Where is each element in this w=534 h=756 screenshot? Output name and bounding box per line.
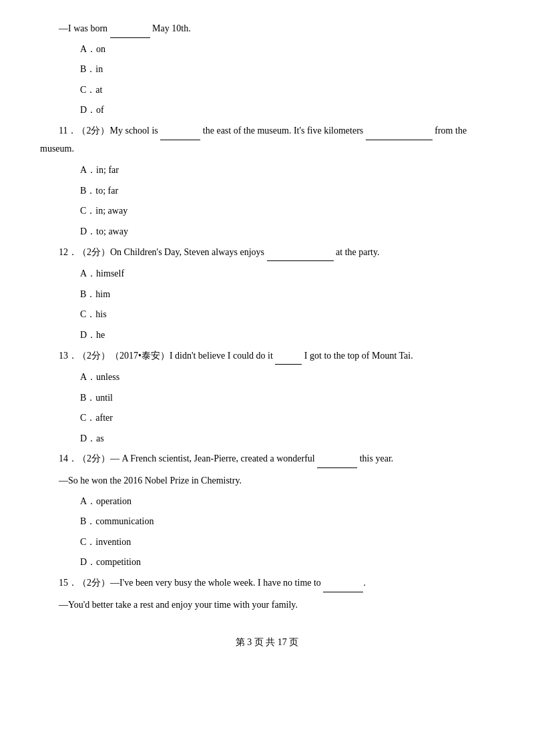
- page-number: 第 3 页 共 17 页: [236, 637, 299, 647]
- q13-option-a: A．unless: [80, 369, 494, 387]
- q12-option-b: B．him: [80, 286, 494, 304]
- page-footer: 第 3 页 共 17 页: [40, 634, 494, 650]
- q13-option-c: C．after: [80, 409, 494, 427]
- q13-option-d: D．as: [80, 430, 494, 448]
- q11-stem: 11．（2分）My school is the east of the muse…: [40, 122, 494, 158]
- q12-stem: 12．（2分）On Children's Day, Steven always …: [40, 244, 494, 262]
- q10-option-c: C．at: [80, 81, 494, 100]
- q11-blank2: [366, 130, 433, 140]
- q11-option-b: B．to; far: [80, 182, 494, 200]
- q14-option-a: A．operation: [80, 493, 494, 511]
- q12-blank: [267, 250, 334, 261]
- q15-stem1: 15．（2分）—I've been very busy the whole we…: [40, 574, 494, 592]
- q12-option-d: D．he: [80, 327, 494, 345]
- q13-stem: 13．（2分）（2017•泰安）I didn't believe I could…: [40, 347, 494, 365]
- q14-stem1: 14．（2分）— A French scientist, Jean-Pierre…: [40, 450, 494, 468]
- q11-option-d: D．to; away: [80, 223, 494, 241]
- q14-option-d: D．competition: [80, 554, 494, 572]
- q13-blank: [275, 354, 302, 365]
- q12-option-c: C．his: [80, 306, 494, 324]
- q14-option-c: C．invention: [80, 534, 494, 552]
- q11-option-c: C．in; away: [80, 202, 494, 220]
- q15-stem2: —You'd better take a rest and enjoy your…: [40, 596, 494, 614]
- q10-blank: [110, 27, 150, 38]
- q10-option-d: D．of: [80, 102, 494, 120]
- q15-blank: [323, 582, 363, 592]
- q11-blank1: [160, 130, 200, 140]
- q14-stem2: —So he won the 2016 Nobel Prize in Chemi…: [40, 472, 494, 490]
- q10-option-b: B．in: [80, 61, 494, 79]
- q14-blank: [317, 457, 357, 468]
- q13-option-b: B．until: [80, 389, 494, 407]
- q11-option-a: A．in; far: [80, 162, 494, 180]
- q10-stem: —I was born May 10th.: [40, 20, 494, 38]
- q14-option-b: B．communication: [80, 513, 494, 531]
- q12-option-a: A．himself: [80, 265, 494, 283]
- q10-option-a: A．on: [80, 41, 494, 59]
